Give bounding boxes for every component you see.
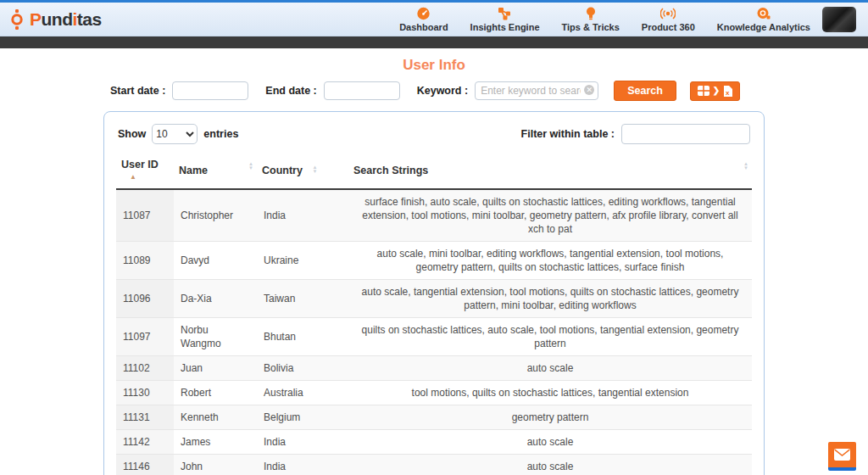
table-row: 11097Norbu WangmoBhutanquilts on stochas… — [116, 318, 752, 356]
page-title: User Info — [0, 57, 868, 74]
cell-id: 11146 — [116, 455, 174, 475]
table-filter-label: Filter within table : — [521, 128, 615, 140]
keyword-label: Keyword : — [417, 85, 468, 97]
cell-country: Bhutan — [257, 318, 348, 356]
sort-both-icon: ▲▼ — [248, 162, 253, 170]
punditas-logo-icon — [8, 9, 25, 30]
table-row: 11146JohnIndiaauto scale — [116, 455, 752, 475]
cell-name: Da-Xia — [174, 280, 257, 318]
column-header-name[interactable]: Name ▲▼ — [174, 154, 257, 189]
table-filter-wrap: Filter within table : — [521, 124, 750, 144]
chevron-right-icon: ❯ — [713, 87, 720, 95]
end-date-input[interactable] — [324, 81, 400, 100]
idea-gear-icon — [757, 7, 771, 20]
cell-id: 11142 — [116, 430, 174, 455]
cell-strings: auto scale, mini toolbar, editing workfl… — [348, 242, 752, 280]
cell-country: Bolivia — [257, 356, 348, 381]
dashboard-gauge-icon — [416, 7, 431, 20]
nav-tips-tricks[interactable]: Tips & Tricks — [562, 7, 620, 32]
cell-id: 11131 — [116, 405, 174, 430]
cell-id: 11102 — [116, 356, 174, 381]
cell-id: 11096 — [116, 280, 174, 318]
nav-knowledge-analytics[interactable]: Knowledge Analytics — [717, 7, 810, 32]
page-size-select[interactable]: 10 — [152, 124, 198, 144]
table-row: 11096Da-XiaTaiwanauto scale, tangential … — [116, 280, 752, 318]
main-content: User Info Start date : End date : Keywor… — [0, 57, 868, 475]
column-header-country[interactable]: Country ▲▼ — [257, 154, 348, 189]
nav-label: Dashboard — [399, 22, 448, 32]
table-row: 11087ChristopherIndiasurface finish, aut… — [116, 189, 752, 242]
cell-name: James — [174, 430, 257, 455]
cell-strings: surface finish, auto scale, quilts on st… — [348, 189, 752, 242]
cell-strings: auto scale — [348, 455, 752, 475]
sort-ascending-icon: ▲ — [130, 173, 136, 181]
table-controls: Show 10 entries Filter within table : — [116, 122, 752, 154]
user-table: User ID ▲ Name ▲▼ Country ▲▼ Search St — [116, 154, 752, 475]
column-label: Name — [179, 165, 208, 176]
table-row: 11130RobertAustraliatool motions, quilts… — [116, 381, 752, 405]
entries-label: entries — [203, 128, 238, 140]
column-header-user-id[interactable]: User ID ▲ — [116, 154, 174, 189]
cell-strings: auto scale, tangential extension, tool m… — [348, 280, 752, 318]
user-avatar[interactable] — [822, 7, 856, 32]
nav-insights-engine[interactable]: Insights Engine — [470, 7, 540, 32]
table-row: 11102JuanBoliviaauto scale — [116, 356, 752, 381]
svg-text:x: x — [726, 88, 730, 96]
table-row: 11142JamesIndiaauto scale — [116, 430, 752, 455]
show-label: Show — [118, 128, 146, 140]
dark-divider-bar — [0, 36, 868, 48]
cell-name: Robert — [174, 381, 257, 405]
cell-name: Juan — [174, 356, 257, 381]
cell-id: 11089 — [116, 242, 174, 280]
lightbulb-icon — [586, 7, 596, 20]
cell-name: Christopher — [174, 189, 257, 242]
cell-id: 11087 — [116, 189, 174, 242]
table-row: 11089DavydUkraineauto scale, mini toolba… — [116, 242, 752, 280]
cell-strings: auto scale — [348, 356, 752, 381]
cell-country: Australia — [257, 381, 348, 405]
excel-file-icon: x — [723, 86, 732, 97]
start-date-input[interactable] — [172, 81, 248, 100]
network-nodes-icon — [498, 7, 512, 20]
cell-id: 11097 — [116, 318, 174, 356]
cell-country: India — [257, 430, 348, 455]
column-header-search-strings[interactable]: Search Strings ▲▼ — [348, 154, 752, 189]
nav-label: Tips & Tricks — [562, 22, 620, 32]
cell-strings: quilts on stochastic lattices, auto scal… — [348, 318, 752, 356]
contact-mail-button[interactable] — [828, 442, 856, 471]
export-excel-button[interactable]: ❯ x — [690, 81, 740, 101]
table-row: 11131KennethBelgiumgeometry pattern — [116, 405, 752, 430]
cell-id: 11130 — [116, 381, 174, 405]
cell-strings: geometry pattern — [348, 405, 752, 430]
cell-country: Taiwan — [257, 280, 348, 318]
punditas-logo[interactable]: Punditas — [8, 9, 102, 30]
cell-name: John — [174, 455, 257, 475]
nav-product-360[interactable]: Product 360 — [642, 7, 695, 32]
column-label: User ID — [121, 159, 159, 170]
search-button[interactable]: Search — [614, 81, 676, 101]
table-filter-input[interactable] — [621, 124, 750, 144]
search-filter-row: Start date : End date : Keyword : ✕ Sear… — [0, 79, 868, 101]
keyword-input-wrap: ✕ — [475, 81, 598, 100]
table-header-row: User ID ▲ Name ▲▼ Country ▲▼ Search St — [116, 154, 752, 189]
cell-strings: auto scale — [348, 430, 752, 455]
broadcast-icon — [660, 7, 676, 20]
cell-strings: tool motions, quilts on stochastic latti… — [348, 381, 752, 405]
user-table-card: Show 10 entries Filter within table : Us… — [103, 111, 765, 475]
keyword-input[interactable] — [475, 81, 598, 100]
page: Punditas Dashboard — [0, 0, 868, 475]
cell-name: Kenneth — [174, 405, 257, 430]
cell-country: India — [257, 189, 348, 242]
nav-label: Product 360 — [642, 22, 695, 32]
start-date-label: Start date : — [110, 85, 165, 97]
top-header: Punditas Dashboard — [0, 3, 868, 36]
sort-both-icon: ▲▼ — [312, 165, 317, 174]
nav-dashboard[interactable]: Dashboard — [399, 7, 448, 32]
cell-name: Davyd — [174, 242, 257, 280]
cell-country: Belgium — [257, 405, 348, 430]
envelope-icon — [834, 449, 850, 461]
column-label: Search Strings — [353, 165, 428, 176]
cell-name: Norbu Wangmo — [174, 318, 257, 356]
nav-label: Knowledge Analytics — [717, 22, 810, 32]
punditas-logo-text: Punditas — [30, 9, 102, 30]
